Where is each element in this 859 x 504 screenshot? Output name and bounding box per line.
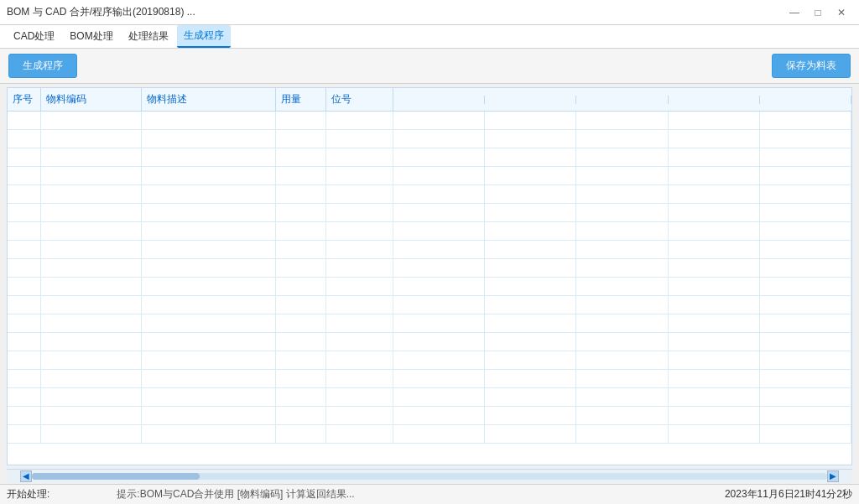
table-cell <box>485 112 576 130</box>
table-cell <box>760 241 851 259</box>
table-cell <box>8 112 41 130</box>
table-cell <box>142 130 276 148</box>
table-row[interactable] <box>8 204 851 222</box>
table-row[interactable] <box>8 222 851 241</box>
table-cell <box>393 259 485 278</box>
table-cell <box>276 130 326 148</box>
table-cell <box>576 278 668 296</box>
table-cell <box>576 407 668 425</box>
table-cell <box>8 370 41 388</box>
status-start-label: 开始处理: <box>7 487 49 501</box>
status-bar: 开始处理: 提示:BOM与CAD合并使用 [物料编码] 计算返回结果... 20… <box>0 484 859 504</box>
maximize-button[interactable]: □ <box>807 4 829 21</box>
table-cell <box>669 204 760 222</box>
table-row[interactable] <box>8 130 851 148</box>
table-cell <box>669 388 760 407</box>
table-row[interactable] <box>8 185 851 204</box>
status-hint: 提示:BOM与CAD合并使用 [物料编码] 计算返回结果... <box>117 487 354 501</box>
table-cell <box>276 351 326 370</box>
table-row[interactable] <box>8 314 851 333</box>
table-cell <box>8 148 41 167</box>
table-row[interactable] <box>8 333 851 351</box>
table-row[interactable] <box>8 388 851 407</box>
table-cell <box>760 351 851 370</box>
table-cell <box>669 407 760 425</box>
menu-item-bom[interactable]: BOM处理 <box>63 26 119 47</box>
table-cell <box>276 185 326 204</box>
table-cell <box>326 278 393 296</box>
menu-item-generate[interactable]: 生成程序 <box>177 25 231 48</box>
table-cell <box>669 370 760 388</box>
table-row[interactable] <box>8 351 851 370</box>
generate-button[interactable]: 生成程序 <box>8 54 77 78</box>
table-cell <box>142 333 276 351</box>
toolbar: 生成程序 保存为料表 <box>0 49 859 84</box>
menu-bar: CAD处理 BOM处理 处理结果 生成程序 <box>0 25 859 49</box>
table-cell <box>326 407 393 425</box>
save-button[interactable]: 保存为料表 <box>772 54 851 78</box>
table-cell <box>276 259 326 278</box>
scroll-thumb[interactable] <box>32 473 200 480</box>
table-header: 序号 物料编码 物料描述 用量 位号 <box>8 88 851 112</box>
table-cell <box>41 222 142 241</box>
table-cell <box>393 296 485 314</box>
table-cell <box>142 148 276 167</box>
table-cell <box>576 222 668 241</box>
table-cell <box>485 222 576 241</box>
table-cell <box>760 296 851 314</box>
table-row[interactable] <box>8 407 851 425</box>
col-extra2-header <box>485 96 576 104</box>
table-cell <box>760 278 851 296</box>
table-cell <box>276 241 326 259</box>
col-qty-header: 用量 <box>276 88 326 111</box>
col-seq-header: 序号 <box>8 88 41 111</box>
table-cell <box>760 370 851 388</box>
table-row[interactable] <box>8 259 851 278</box>
table-cell <box>142 407 276 425</box>
table-cell <box>326 296 393 314</box>
table-row[interactable] <box>8 112 851 130</box>
table-cell <box>8 204 41 222</box>
table-cell <box>393 407 485 425</box>
horizontal-scrollbar[interactable]: ◀ ▶ <box>7 469 852 482</box>
scroll-right-arrow[interactable]: ▶ <box>827 470 839 482</box>
table-row[interactable] <box>8 241 851 259</box>
table-row[interactable] <box>8 278 851 296</box>
table-cell <box>485 278 576 296</box>
table-cell <box>142 222 276 241</box>
table-cell <box>576 370 668 388</box>
table-row[interactable] <box>8 167 851 185</box>
table-cell <box>760 388 851 407</box>
table-cell <box>393 425 485 444</box>
table-row[interactable] <box>8 370 851 388</box>
table-cell <box>669 241 760 259</box>
col-extra4-header <box>669 96 760 104</box>
table-cell <box>326 259 393 278</box>
close-button[interactable]: ✕ <box>830 4 852 21</box>
menu-item-cad[interactable]: CAD处理 <box>7 26 61 47</box>
table-cell <box>8 296 41 314</box>
minimize-button[interactable]: — <box>784 4 805 21</box>
table-cell <box>142 296 276 314</box>
table-cell <box>142 259 276 278</box>
table-cell <box>41 204 142 222</box>
table-cell <box>276 333 326 351</box>
table-cell <box>142 204 276 222</box>
scroll-track[interactable] <box>32 473 827 480</box>
table-cell <box>485 148 576 167</box>
table-row[interactable] <box>8 425 851 444</box>
table-cell <box>485 425 576 444</box>
scroll-left-arrow[interactable]: ◀ <box>20 470 32 482</box>
table-row[interactable] <box>8 148 851 167</box>
table-cell <box>576 204 668 222</box>
table-cell <box>485 130 576 148</box>
table-cell <box>326 204 393 222</box>
table-cell <box>276 204 326 222</box>
table-cell <box>576 388 668 407</box>
menu-item-result[interactable]: 处理结果 <box>122 26 175 47</box>
table-cell <box>669 185 760 204</box>
table-row[interactable] <box>8 296 851 314</box>
table-cell <box>276 425 326 444</box>
table-cell <box>142 425 276 444</box>
table-cell <box>485 370 576 388</box>
